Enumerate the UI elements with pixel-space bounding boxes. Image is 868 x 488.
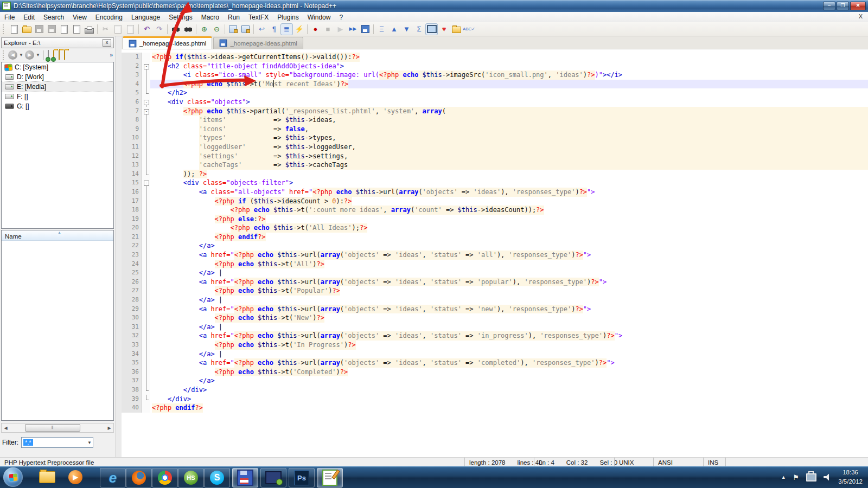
user-folder-icon[interactable]: [64, 50, 65, 60]
redo-button[interactable]: ↷: [153, 23, 165, 35]
toolbar-overflow-icon[interactable]: »: [110, 52, 113, 58]
close-button[interactable]: [58, 23, 71, 35]
title-bar[interactable]: D:\Sites\helpsystem\branche\HelpSystem\p…: [0, 0, 868, 12]
code-line[interactable]: 21 <?php endif?>: [122, 233, 868, 242]
code-line[interactable]: 2- <h2 class="title-object findAddObject…: [122, 62, 868, 71]
new-file-icon[interactable]: [48, 50, 49, 60]
drive-item-g[interactable]: G: []: [2, 101, 113, 111]
code-line[interactable]: 1<?php if($this->ideas->getCurrentItems(…: [122, 53, 868, 62]
code-line[interactable]: 4 <?php echo $this->t('Most recent Ideas…: [122, 80, 868, 89]
menu-run[interactable]: Run: [224, 13, 244, 22]
code-line[interactable]: 30 <?php echo $this->t('New')?>: [122, 313, 868, 323]
spell-check-button[interactable]: ABC✓: [463, 23, 475, 35]
print-button[interactable]: [83, 23, 95, 35]
taskbar-explorer[interactable]: [35, 468, 60, 486]
macro-play-button[interactable]: ▶: [334, 23, 347, 35]
taskbar-media-player[interactable]: ▶: [63, 468, 88, 486]
explorer-title-bar[interactable]: Explorer - E:\ x: [1, 37, 114, 48]
code-line[interactable]: 13 'cacheTags' => $this->cacheTags: [122, 160, 868, 170]
nav-forward-dropdown-icon[interactable]: ▼: [34, 53, 42, 57]
explorer-close-button[interactable]: x: [103, 39, 111, 47]
show-all-characters-button[interactable]: ¶: [268, 23, 280, 35]
code-line[interactable]: 26 <a href="<?php echo $this->url(array(…: [122, 278, 868, 287]
drive-item-f[interactable]: F: []: [2, 92, 113, 101]
taskbar-notepad-plus-plus[interactable]: [317, 468, 343, 487]
menu-view[interactable]: View: [68, 13, 91, 22]
textfx-up-button[interactable]: ▲: [388, 23, 400, 35]
drive-item-d[interactable]: D: [Work]: [2, 72, 113, 82]
start-button[interactable]: [3, 467, 23, 487]
code-line[interactable]: 31 </a> |: [122, 323, 868, 332]
drive-item-e[interactable]: E: [Media]: [2, 82, 113, 92]
favorites-folder-button[interactable]: [450, 23, 463, 35]
code-line[interactable]: 6- <div class="objects">: [122, 98, 868, 107]
fold-collapse-icon[interactable]: -: [142, 107, 150, 116]
menu-settings[interactable]: Settings: [164, 13, 196, 22]
macro-run-multiple-button[interactable]: ▶▶: [347, 23, 359, 35]
network-icon[interactable]: [806, 473, 816, 481]
code-line[interactable]: 33 <?php echo $this->t('In Progress')?>: [122, 341, 868, 350]
taskbar-skype[interactable]: S: [204, 468, 230, 487]
menu-file[interactable]: File: [0, 13, 19, 22]
code-line[interactable]: 22 </a>: [122, 241, 868, 251]
code-line[interactable]: 3 <i class="ico-small" style="background…: [122, 70, 868, 80]
taskbar-internet-explorer[interactable]: e: [100, 468, 126, 487]
cut-button[interactable]: ✂: [99, 23, 112, 35]
macro-save-button[interactable]: [359, 23, 372, 35]
code-line[interactable]: 18 <?php echo $this->t(':count more idea…: [122, 206, 868, 215]
code-line[interactable]: 16 <a class="all-objects" href="<?php ec…: [122, 188, 868, 197]
taskbar-remote-desktop[interactable]: [260, 468, 286, 487]
nav-back-icon[interactable]: ◀: [8, 50, 17, 60]
paste-button[interactable]: [124, 23, 137, 35]
menu-plugins[interactable]: Plugins: [273, 13, 303, 22]
macro-record-button[interactable]: ●: [309, 23, 322, 35]
code-line[interactable]: 37 </a>: [122, 376, 868, 386]
menu-[interactable]: ?: [335, 13, 347, 22]
maximize-button[interactable]: ❐: [837, 2, 849, 10]
code-line[interactable]: 25 </a> |: [122, 268, 868, 278]
code-line[interactable]: 15- <div class="objects-filter">: [122, 178, 868, 188]
menu-search[interactable]: Search: [39, 13, 68, 22]
toolbar-grip[interactable]: [3, 24, 7, 34]
explorer-toolbar-grip[interactable]: [3, 50, 7, 60]
zoom-out-button[interactable]: ⊖: [210, 23, 223, 35]
undo-button[interactable]: ↶: [141, 23, 153, 35]
code-line[interactable]: 11 'loggedUser' => $this->loggedUser,: [122, 143, 868, 152]
function-completion-button[interactable]: ⚡: [293, 23, 305, 35]
code-line[interactable]: 23 <a href="<?php echo $this->url(array(…: [122, 251, 868, 260]
code-line[interactable]: 9 'icons' => false,: [122, 125, 868, 134]
textfx-sum-button[interactable]: Σ: [413, 23, 425, 35]
close-document-x[interactable]: X: [857, 13, 865, 20]
name-column-header[interactable]: Name ▲: [2, 230, 113, 241]
fold-collapse-icon[interactable]: -: [142, 98, 150, 107]
scroll-right-icon[interactable]: ▶: [105, 426, 113, 431]
taskbar-floppy-app[interactable]: [232, 468, 258, 487]
tray-overflow-icon[interactable]: ▲: [781, 474, 786, 480]
textfx-hourglass-button[interactable]: Ξ: [375, 23, 388, 35]
volume-icon[interactable]: [824, 474, 831, 481]
tab-2[interactable]: _homepage-ideas.phtml: [213, 37, 303, 49]
code-line[interactable]: 34 </a> |: [122, 350, 868, 359]
close-button[interactable]: ✕: [850, 2, 866, 10]
tab-1[interactable]: _homepage-ideas.phtml: [123, 36, 212, 49]
code-line[interactable]: 12 'settings' => $this->settings,: [122, 152, 868, 161]
taskbar-photoshop[interactable]: Ps: [289, 468, 315, 487]
scrollbar-thumb[interactable]: ⦀: [25, 424, 80, 432]
code-line[interactable]: 7- <?php echo $this->partial('_responses…: [122, 107, 868, 116]
nav-forward-icon[interactable]: ▶: [25, 50, 34, 60]
find-button[interactable]: [169, 23, 182, 35]
code-line[interactable]: 36 <?php echo $this->t('Completed')?>: [122, 368, 868, 377]
code-line[interactable]: 28 </a> |: [122, 296, 868, 305]
code-line[interactable]: 38 </div>: [122, 386, 868, 395]
menu-language[interactable]: Language: [127, 13, 164, 22]
menu-macro[interactable]: Macro: [197, 13, 224, 22]
code-line[interactable]: 17 <?php if ($this->ideasCount > 0):?>: [122, 197, 868, 206]
open-file-button[interactable]: [21, 23, 33, 35]
save-all-button[interactable]: [46, 23, 58, 35]
nav-back-dropdown-icon[interactable]: ▼: [17, 53, 25, 57]
macro-stop-button[interactable]: ■: [322, 23, 334, 35]
taskbar-clock[interactable]: 18:36 3/5/2012: [838, 468, 863, 486]
code-editor[interactable]: 1<?php if($this->ideas->getCurrentItems(…: [122, 49, 868, 457]
code-line[interactable]: 19 <?php else:?>: [122, 215, 868, 224]
indent-guide-button[interactable]: ≣: [280, 23, 293, 35]
